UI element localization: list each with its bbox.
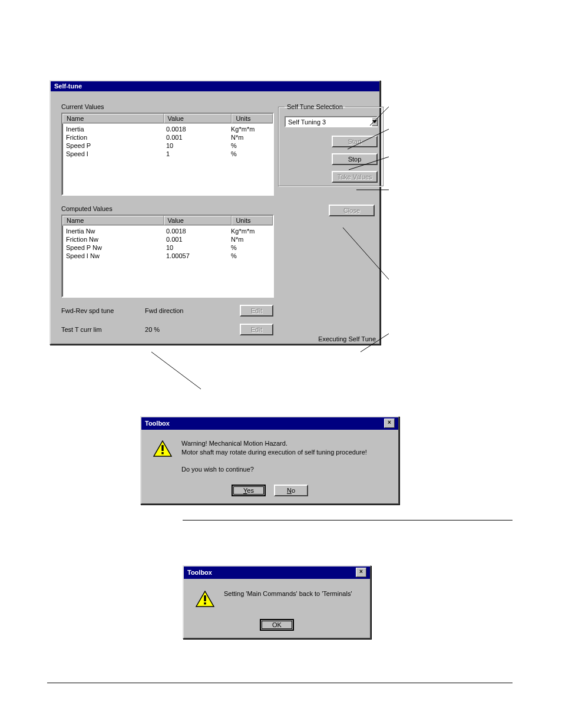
chevron-down-icon[interactable]	[372, 117, 378, 126]
selftune-select-value[interactable]	[286, 117, 372, 126]
warning2-title: Toolbox	[187, 569, 212, 576]
yes-button[interactable]: Yes	[232, 485, 266, 496]
table-row[interactable]: Speed I Nw1.00057%	[62, 252, 273, 260]
list-header: Name Value Units	[62, 216, 273, 226]
svg-line-7	[151, 352, 201, 389]
table-row[interactable]: Speed P10%	[62, 141, 273, 150]
status-text: Executing Self Tune	[318, 335, 376, 342]
warning2-text: Setting 'Main Commands' back to 'Termina…	[224, 589, 352, 598]
selftune-dialog: Self-tune Current Values Name Value Unit…	[49, 80, 381, 345]
selftune-titlebar: Self-tune	[51, 81, 379, 91]
close-button[interactable]: Close	[329, 205, 375, 216]
selftune-title: Self-tune	[54, 83, 82, 90]
computed-values-list[interactable]: Name Value Units Inertia Nw0.0018Kg*m*mF…	[61, 215, 274, 298]
testt-label: Test T curr lim	[61, 326, 145, 333]
svg-rect-13	[204, 602, 206, 604]
close-icon[interactable]: ×	[356, 568, 366, 577]
fwdrev-label: Fwd-Rev spd tune	[61, 307, 145, 314]
stop-button[interactable]: Stop	[332, 153, 378, 165]
svg-marker-0	[372, 120, 377, 123]
selftune-selection-legend: Self Tune Selection	[285, 103, 345, 110]
selftune-selection-group: Self Tune Selection Start Stop Take Valu…	[278, 103, 384, 187]
col-value[interactable]: Value	[164, 216, 232, 225]
edit-fwdrev-button[interactable]: Edit	[240, 305, 273, 317]
col-name[interactable]: Name	[62, 216, 164, 225]
warning1-titlebar: Toolbox ×	[141, 417, 398, 430]
warning1-dialog: Toolbox × Warning! Mechanical Motion Haz…	[140, 416, 399, 505]
current-values-label: Current Values	[61, 103, 273, 110]
table-row[interactable]: Friction Nw0.001N*m	[62, 235, 273, 243]
col-units[interactable]: Units	[232, 216, 273, 225]
table-row[interactable]: Speed P Nw10%	[62, 243, 273, 252]
col-units[interactable]: Units	[232, 114, 273, 123]
close-icon[interactable]: ×	[384, 419, 395, 428]
svg-rect-10	[161, 452, 163, 454]
testt-value: 20 %	[145, 326, 240, 333]
warning1-text: Warning! Mechanical Motion Hazard. Motor…	[181, 439, 367, 474]
warning2-titlebar: Toolbox ×	[184, 566, 370, 579]
warning1-title: Toolbox	[145, 420, 170, 427]
warning-icon	[153, 440, 172, 458]
warning2-dialog: Toolbox × Setting 'Main Commands' back t…	[183, 565, 371, 639]
table-row[interactable]: Inertia0.0018Kg*m*m	[62, 125, 273, 133]
table-row[interactable]: Inertia Nw0.0018Kg*m*m	[62, 227, 273, 235]
fwdrev-value: Fwd direction	[145, 307, 240, 314]
computed-values-label: Computed Values	[61, 205, 273, 212]
list-header: Name Value Units	[62, 114, 273, 124]
col-name[interactable]: Name	[62, 114, 164, 123]
edit-testt-button[interactable]: Edit	[240, 324, 273, 335]
col-value[interactable]: Value	[164, 114, 232, 123]
selftune-select[interactable]	[285, 116, 378, 127]
start-button[interactable]: Start	[332, 136, 378, 147]
current-values-list[interactable]: Name Value Units Inertia0.0018Kg*m*mFric…	[61, 113, 274, 196]
take-values-button[interactable]: Take Values	[332, 171, 378, 183]
warning-icon	[196, 591, 214, 608]
svg-rect-9	[161, 445, 163, 451]
svg-rect-12	[204, 595, 206, 601]
table-row[interactable]: Speed I1%	[62, 150, 273, 158]
no-button[interactable]: No	[274, 485, 308, 496]
table-row[interactable]: Friction0.001N*m	[62, 133, 273, 141]
ok-button[interactable]: OK	[260, 619, 294, 631]
